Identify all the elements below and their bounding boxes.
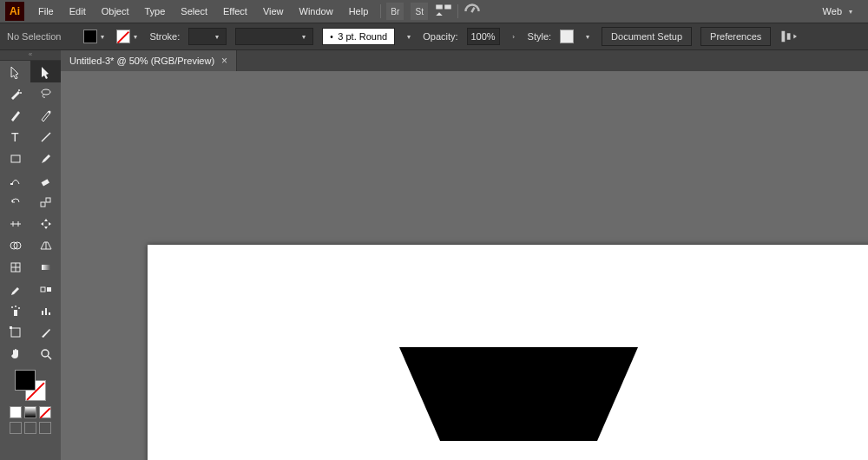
svg-point-5 — [18, 89, 20, 91]
draw-inside-button[interactable] — [39, 422, 51, 434]
svg-rect-1 — [445, 5, 452, 10]
panel-collapse-handle[interactable]: « — [0, 50, 61, 61]
stroke-label: Stroke: — [149, 31, 180, 42]
menu-select[interactable]: Select — [174, 3, 214, 20]
svg-rect-23 — [41, 287, 45, 292]
menu-type[interactable]: Type — [138, 3, 173, 20]
rectangle-tool[interactable] — [0, 148, 30, 169]
document-tab[interactable]: Untitled-3* @ 50% (RGB/Preview) × — [61, 50, 237, 71]
none-mode-button[interactable] — [39, 406, 51, 418]
rotate-tool[interactable] — [0, 191, 30, 213]
svg-rect-14 — [41, 202, 45, 207]
svg-rect-29 — [42, 311, 43, 315]
align-options-icon[interactable] — [779, 28, 797, 45]
width-tool[interactable] — [0, 213, 30, 234]
type-tool[interactable]: T — [0, 126, 30, 148]
preferences-button[interactable]: Preferences — [700, 27, 771, 46]
svg-rect-15 — [46, 198, 50, 202]
hand-tool[interactable] — [0, 343, 30, 365]
magic-wand-tool[interactable] — [0, 82, 30, 104]
gradient-tool[interactable] — [30, 256, 61, 278]
lasso-tool[interactable] — [30, 82, 61, 104]
chevron-down-icon: ▾ — [97, 30, 108, 43]
svg-rect-13 — [41, 179, 49, 186]
graphic-style-swatch[interactable] — [560, 30, 574, 43]
artboard-tool[interactable] — [0, 321, 30, 343]
bridge-icon[interactable]: Br — [386, 3, 404, 20]
chevron-down-icon[interactable]: ▾ — [582, 30, 593, 43]
column-graph-tool[interactable] — [30, 299, 61, 321]
svg-rect-25 — [14, 310, 17, 316]
stroke-weight-input[interactable]: ▾ — [188, 28, 227, 45]
curvature-tool[interactable] — [30, 104, 61, 126]
stroke-swatch[interactable]: ▾ — [116, 30, 141, 43]
artboard[interactable] — [148, 245, 868, 460]
menu-file[interactable]: File — [31, 3, 61, 20]
line-segment-tool[interactable] — [30, 126, 61, 148]
zoom-tool[interactable] — [30, 343, 61, 365]
close-tab-icon[interactable]: × — [221, 55, 227, 67]
trapezoid-shape[interactable] — [399, 347, 638, 441]
shape-builder-tool[interactable] — [0, 234, 30, 256]
menu-effect[interactable]: Effect — [216, 3, 254, 20]
work-area: « T — [0, 50, 868, 460]
color-mode-button[interactable] — [10, 406, 22, 418]
pen-tool[interactable] — [0, 104, 30, 126]
document-setup-button[interactable]: Document Setup — [602, 27, 692, 46]
eyedropper-tool[interactable] — [0, 278, 30, 299]
fill-color-icon — [83, 30, 97, 43]
slice-tool[interactable] — [30, 321, 61, 343]
eraser-tool[interactable] — [30, 169, 61, 191]
brush-definition-dropdown[interactable]: ▾ — [235, 28, 313, 45]
chevron-down-icon: ▾ — [845, 4, 856, 18]
arrange-documents-icon[interactable] — [435, 3, 452, 20]
svg-rect-24 — [47, 287, 51, 292]
svg-point-7 — [42, 89, 50, 95]
svg-rect-33 — [10, 326, 12, 329]
fill-stroke-swatches[interactable] — [15, 370, 46, 401]
svg-text:T: T — [11, 130, 19, 144]
svg-rect-32 — [11, 328, 20, 337]
chevron-right-icon[interactable]: › — [509, 30, 519, 43]
menu-window[interactable]: Window — [293, 3, 340, 20]
canvas[interactable] — [61, 71, 868, 460]
menu-object[interactable]: Object — [95, 3, 136, 20]
stock-icon[interactable]: St — [411, 3, 428, 20]
svg-point-34 — [42, 350, 49, 357]
svg-rect-31 — [49, 312, 50, 315]
menu-view[interactable]: View — [256, 3, 291, 20]
opacity-input[interactable]: 100% — [467, 28, 500, 45]
free-transform-tool[interactable] — [30, 213, 61, 234]
separator — [457, 4, 458, 18]
opacity-label: Opacity: — [423, 31, 457, 42]
chevron-down-icon: ▾ — [130, 30, 141, 43]
shaper-tool[interactable] — [0, 169, 30, 191]
stroke-color-icon — [116, 30, 130, 43]
opacity-value: 100% — [470, 31, 495, 42]
paintbrush-tool[interactable] — [30, 148, 61, 169]
gpu-preview-icon[interactable] — [464, 3, 481, 20]
svg-point-28 — [18, 307, 20, 309]
document-tab-label: Untitled-3* @ 50% (RGB/Preview) — [69, 56, 214, 66]
fill-swatch[interactable]: ▾ — [83, 30, 108, 43]
svg-line-10 — [42, 133, 50, 141]
scale-tool[interactable] — [30, 191, 61, 213]
menu-edit[interactable]: Edit — [62, 3, 93, 20]
draw-normal-button[interactable] — [10, 422, 22, 434]
separator — [380, 4, 381, 18]
blend-tool[interactable] — [30, 278, 61, 299]
svg-rect-4 — [787, 33, 791, 40]
direct-selection-tool[interactable] — [30, 61, 61, 82]
variable-width-profile[interactable]: • 3 pt. Round — [322, 28, 395, 45]
document-tab-bar: Untitled-3* @ 50% (RGB/Preview) × — [61, 50, 868, 71]
mesh-tool[interactable] — [0, 256, 30, 278]
symbol-sprayer-tool[interactable] — [0, 299, 30, 321]
selection-tool[interactable] — [0, 61, 30, 82]
chevron-down-icon[interactable]: ▾ — [404, 30, 414, 43]
draw-behind-button[interactable] — [24, 422, 36, 434]
menu-help[interactable]: Help — [342, 3, 376, 20]
gradient-mode-button[interactable] — [24, 406, 36, 418]
perspective-grid-tool[interactable] — [30, 234, 61, 256]
fill-swatch-icon — [15, 370, 36, 391]
workspace-switcher[interactable]: Web ▾ — [816, 1, 863, 22]
